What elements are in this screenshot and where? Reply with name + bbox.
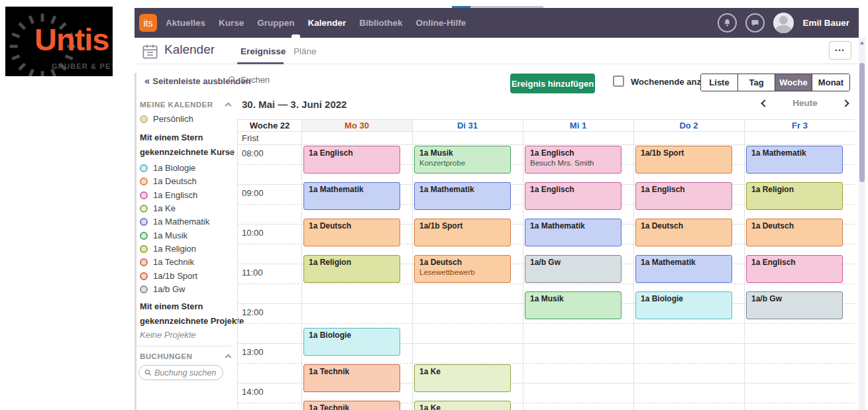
calendar-event[interactable]: 1a DeutschLesewettbewerb (414, 255, 511, 283)
calendar-event[interactable]: 1a Deutsch (303, 219, 400, 246)
day-header-mi[interactable]: Mi 1 (523, 119, 633, 131)
calendar-event[interactable]: 1a Mathematik (525, 219, 622, 246)
sidebar-course-item[interactable]: 1a Deutsch (140, 176, 197, 186)
course-color-dot (140, 178, 148, 185)
sidebar-divider (135, 346, 231, 346)
user-name[interactable]: Emil Bauer (802, 18, 849, 28)
scrollbar-up-arrow[interactable] (860, 41, 864, 44)
search-icon (144, 369, 152, 376)
page-header: Kalender Ereignisse Pläne ••• (135, 38, 859, 64)
calendar-event[interactable]: 1a Technik (303, 401, 400, 410)
show-weekend-checkbox[interactable] (613, 76, 624, 87)
calendar-event[interactable]: 1a Biologie (635, 291, 732, 319)
grid-line (633, 119, 634, 410)
view-monat-button[interactable]: Monat (812, 74, 849, 91)
notifications-bell-icon[interactable] (718, 13, 737, 32)
calendar-event[interactable]: 1a Biologie (303, 328, 400, 356)
calendar-event[interactable]: 1a Mathematik (746, 146, 843, 174)
calendar-event[interactable]: 1a Deutsch (635, 219, 732, 246)
sidebar-course-item[interactable]: 1a Biologie (140, 163, 195, 173)
view-liste-button[interactable]: Liste (701, 74, 738, 91)
calendar-event[interactable]: 1a Musik (525, 291, 622, 319)
calendar-event[interactable]: 1a Deutsch (746, 219, 843, 246)
grid-line (412, 119, 413, 410)
calendar-event[interactable]: 1a/1b Sport (414, 219, 511, 246)
bookings-section-title: BUCHUNGEN (140, 352, 192, 360)
calendar-event[interactable]: 1a Mathematik (303, 182, 400, 210)
nav-item-online-hilfe[interactable]: Online-Hilfe (416, 18, 466, 28)
time-label: 08:00 (242, 148, 264, 158)
view-woche-button[interactable]: Woche (775, 74, 812, 91)
calendar-event[interactable]: 1a Englisch (525, 182, 622, 210)
top-navbar: its Aktuelles Kurse Gruppen Kalender Bib… (135, 8, 859, 38)
calendar-event[interactable]: 1a Ke (414, 364, 511, 392)
calendar-event[interactable]: 1a/1b Sport (635, 146, 732, 174)
tab-ereignisse[interactable]: Ereignisse (241, 46, 286, 56)
sidebar-course-item[interactable]: 1a Musik (140, 231, 188, 240)
untis-logo: Untis GRUBER & PETTERS (5, 7, 113, 76)
course-color-dot (140, 232, 148, 240)
nav-item-gruppen[interactable]: Gruppen (257, 18, 294, 28)
course-color-dot (140, 205, 148, 213)
calendar-event[interactable]: 1a Mathematik (635, 255, 732, 283)
nav-item-bibliothek[interactable]: Bibliothek (359, 18, 402, 28)
view-tag-button[interactable]: Tag (738, 74, 775, 91)
time-label: 12:00 (242, 307, 264, 317)
nav-item-kalender[interactable]: Kalender (308, 18, 347, 28)
more-options-button[interactable]: ••• (829, 41, 851, 60)
calendar-event[interactable]: 1a/b Gw (525, 255, 622, 283)
sidebar-course-item[interactable]: 1a Technik (140, 257, 194, 267)
previous-week-arrow[interactable] (761, 99, 768, 107)
messages-chat-icon[interactable] (745, 13, 765, 32)
sidebar-course-item[interactable]: 1a Religion (140, 244, 196, 254)
course-color-dot (140, 285, 148, 293)
calendar-navigation: Heute (762, 98, 848, 108)
calendar-event[interactable]: 1a Religion (303, 255, 400, 283)
nav-item-kurse[interactable]: Kurse (219, 18, 244, 28)
time-label: 11:00 (242, 268, 263, 278)
sidebar-course-item[interactable]: 1a/1b Sport (140, 271, 197, 281)
tab-plaene[interactable]: Pläne (294, 46, 317, 56)
calendar-event[interactable]: 1a Ke (414, 401, 511, 410)
calendar-event[interactable]: 1a Technik (303, 364, 400, 392)
booking-search-input[interactable]: Buchung suchen (138, 365, 223, 380)
collapse-bookings-icon[interactable] (225, 354, 232, 361)
day-header-mo[interactable]: Mo 30 (301, 119, 412, 131)
next-week-arrow[interactable] (841, 99, 849, 107)
day-header-di[interactable]: Di 31 (412, 119, 523, 131)
calendar-event[interactable]: 1a Englisch (635, 182, 732, 210)
sidebar-course-item[interactable]: 1a Mathematik (140, 217, 209, 227)
collapse-my-calendars-icon[interactable] (225, 103, 232, 109)
calendar-event[interactable]: 1a/b Gw (746, 291, 843, 319)
calendar-event[interactable]: 1a Religion (746, 182, 843, 210)
half-hour-line (238, 323, 855, 324)
starred-courses-label-line2: gekennzeichnete Kurse (140, 147, 235, 157)
today-button[interactable]: Heute (792, 98, 818, 108)
calendar-event[interactable]: 1a MusikKonzertprobe (414, 146, 511, 174)
add-event-button[interactable]: Ereignis hinzufügen (510, 74, 595, 93)
search-button[interactable]: Suchen (228, 75, 270, 85)
grid-line (523, 119, 523, 410)
sidebar-course-item[interactable]: 1a Englisch (140, 190, 197, 200)
personal-calendar-item[interactable]: Persönlich (140, 114, 193, 124)
time-label: 09:00 (242, 188, 264, 198)
untis-subtitle-text: GRUBER & PETTERS (52, 62, 113, 70)
calendar-event[interactable]: 1a Englisch (746, 255, 843, 283)
calendar-event[interactable]: 1a EnglischBesuch Mrs. Smith (525, 146, 622, 174)
calendar-event[interactable]: 1a Englisch (303, 146, 400, 174)
page: Untis GRUBER & PETTERS its Aktuelles Kur… (0, 0, 868, 410)
page-title: Kalender (164, 42, 215, 57)
nav-item-aktuelles[interactable]: Aktuelles (166, 18, 205, 28)
sidebar-scrollbar[interactable] (135, 73, 136, 410)
its-app-logo[interactable]: its (139, 14, 157, 32)
sidebar-course-item[interactable]: 1a Ke (140, 203, 176, 213)
date-range-title: 30. Mai — 3. Juni 2022 (242, 99, 347, 110)
calendar-event[interactable]: 1a Mathematik (414, 182, 511, 210)
course-color-dot (140, 191, 148, 199)
vertical-scrollbar-thumb[interactable] (859, 63, 865, 182)
day-header-do[interactable]: Do 2 (633, 119, 744, 131)
grid-line (238, 131, 855, 132)
day-header-fr[interactable]: Fr 3 (744, 119, 855, 131)
sidebar-course-item[interactable]: 1a/b Gw (140, 284, 185, 294)
user-avatar[interactable] (773, 13, 794, 33)
